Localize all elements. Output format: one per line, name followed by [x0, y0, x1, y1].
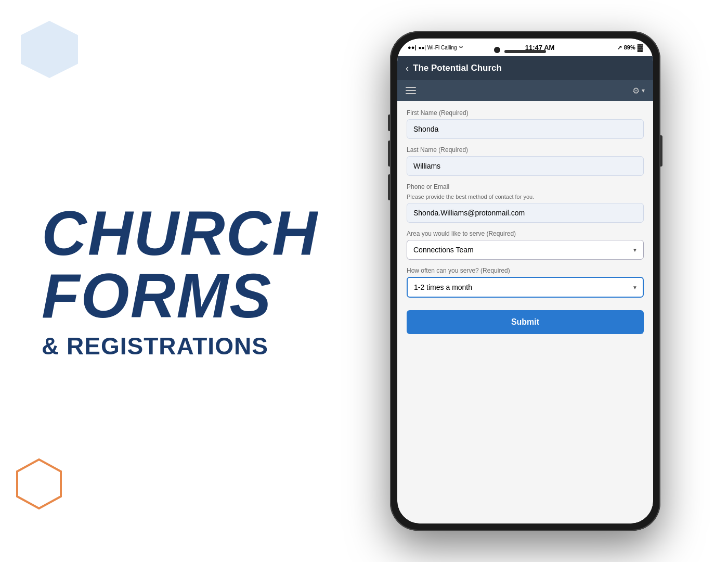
phone-screen-container: ●●| ●●| Wi-Fi Calling ⌔ 11:47 AM ↗ 89% ▓… — [397, 39, 653, 523]
main-title: CHURCH FORMS — [42, 202, 318, 327]
gear-icon: ⚙ — [632, 86, 640, 96]
nav-title: The Potential Church — [413, 63, 645, 73]
wifi-icon: ⌔ — [459, 44, 463, 50]
mute-button — [388, 114, 390, 131]
hamburger-menu-button[interactable] — [406, 87, 416, 94]
status-left: ●●| ●●| Wi-Fi Calling ⌔ — [408, 44, 463, 50]
settings-button[interactable]: ⚙ ▾ — [632, 86, 645, 96]
camera-dot — [494, 47, 500, 53]
toolbar: ⚙ ▾ — [397, 80, 653, 101]
subtitle: & REGISTRATIONS — [42, 332, 268, 360]
title-line2: FORMS — [42, 264, 318, 327]
signal-icon: ●●| — [408, 44, 416, 50]
serve-area-select[interactable]: Connections Team Worship Team Children's… — [407, 240, 644, 260]
status-right: ↗ 89% ▓ — [617, 43, 643, 52]
power-button — [660, 135, 662, 167]
battery-icon: ▓ — [638, 43, 643, 52]
right-section: ●●| ●●| Wi-Fi Calling ⌔ 11:47 AM ↗ 89% ▓… — [322, 0, 728, 562]
contact-input[interactable] — [407, 203, 644, 223]
serve-frequency-label: How often can you serve? (Required) — [407, 267, 644, 274]
volume-up-button — [388, 140, 390, 167]
status-bar: ●●| ●●| Wi-Fi Calling ⌔ 11:47 AM ↗ 89% ▓ — [397, 39, 653, 56]
volume-down-button — [388, 174, 390, 200]
hamburger-line-1 — [406, 87, 416, 88]
last-name-field-group: Last Name (Required) — [407, 146, 644, 176]
hamburger-line-3 — [406, 93, 416, 94]
screen: ●●| ●●| Wi-Fi Calling ⌔ 11:47 AM ↗ 89% ▓… — [397, 39, 653, 523]
serve-area-select-wrapper: Connections Team Worship Team Children's… — [407, 240, 644, 260]
location-icon: ↗ — [617, 44, 622, 51]
contact-label: Phone or Email — [407, 183, 644, 190]
first-name-field-group: First Name (Required) — [407, 109, 644, 139]
form-content: First Name (Required) Last Name (Require… — [397, 101, 653, 523]
wifi-calling-label: ●●| Wi-Fi Calling — [418, 45, 457, 50]
contact-field-group: Phone or Email Please provide the best m… — [407, 183, 644, 223]
serve-area-field-group: Area you would like to serve (Required) … — [407, 230, 644, 260]
decorative-hexagon-outline — [16, 458, 62, 510]
first-name-input[interactable] — [407, 119, 644, 139]
dropdown-arrow-icon: ▾ — [642, 87, 645, 94]
nav-bar: ‹ The Potential Church — [397, 56, 653, 80]
battery-label: 89% — [624, 44, 635, 50]
hamburger-line-2 — [406, 90, 416, 91]
last-name-label: Last Name (Required) — [407, 146, 644, 154]
serve-frequency-field-group: How often can you serve? (Required) 1-2 … — [407, 267, 644, 298]
title-line1: CHURCH — [42, 202, 318, 264]
serve-frequency-select[interactable]: 1-2 times a month Weekly As needed — [407, 277, 644, 298]
contact-sublabel: Please provide the best method of contac… — [407, 193, 644, 200]
last-name-input[interactable] — [407, 156, 644, 176]
serve-frequency-select-wrapper: 1-2 times a month Weekly As needed — [407, 277, 644, 298]
submit-button[interactable]: Submit — [407, 310, 644, 334]
speaker-bar — [504, 50, 546, 53]
svg-marker-0 — [17, 459, 61, 508]
back-button[interactable]: ‹ — [406, 63, 409, 74]
serve-area-label: Area you would like to serve (Required) — [407, 230, 644, 237]
phone-mockup: ●●| ●●| Wi-Fi Calling ⌔ 11:47 AM ↗ 89% ▓… — [390, 31, 660, 531]
first-name-label: First Name (Required) — [407, 109, 644, 117]
